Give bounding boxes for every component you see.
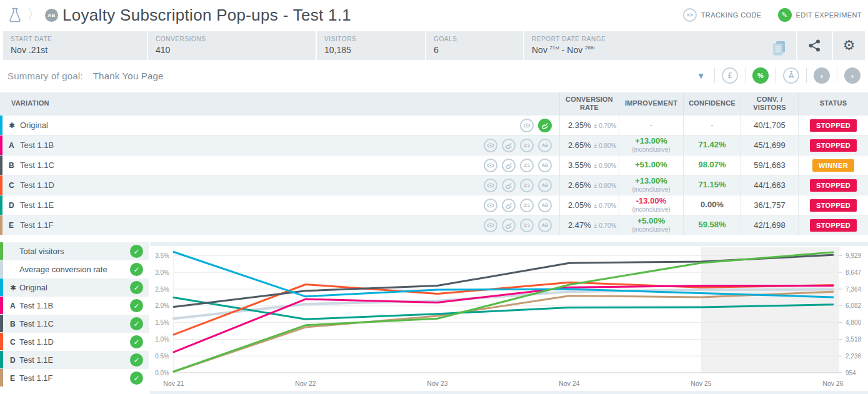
legend-color-bar	[0, 333, 3, 350]
stat-value: Nov 21st - Nov 26th	[532, 45, 606, 55]
one-to-one-icon[interactable]: 1:1	[520, 199, 534, 212]
svg-text:6,082: 6,082	[846, 302, 861, 309]
one-to-one-icon[interactable]: 1:1	[520, 219, 534, 232]
table-row-test-1-1f: E Test 1.1F 1:1 AB 2.47%± 0.70% +5.00%(i…	[0, 215, 868, 235]
svg-text:Nov 24: Nov 24	[559, 380, 579, 387]
variation-color-bar	[0, 135, 2, 155]
column-conv-visitors: CONV. /VISITORS	[741, 92, 798, 115]
check-icon[interactable]: ✓	[130, 372, 143, 385]
margin-of-error: ± 0.70%	[594, 222, 617, 229]
legend-label: Total visitors	[19, 247, 64, 256]
legend-label: Average conversion rate	[19, 265, 107, 274]
chart-icon[interactable]	[502, 159, 516, 172]
svg-text:Nov 21: Nov 21	[163, 380, 184, 387]
one-to-one-icon[interactable]: 1:1	[520, 179, 534, 192]
summary-toolbar: ▼ £ % Ā ‹ ›	[697, 67, 861, 84]
separator	[837, 68, 837, 83]
status-badge: STOPPED	[810, 179, 857, 192]
ab-compare-icon[interactable]: AB	[538, 219, 552, 232]
gear-icon: ⚙	[843, 39, 856, 52]
stat-label: GOALS	[434, 36, 516, 42]
preview-eye-icon[interactable]	[520, 119, 534, 132]
column-conversion-rate: CONVERSIONRATE	[559, 92, 619, 115]
chart-icon[interactable]	[502, 179, 516, 192]
legend-item-test-1-1f[interactable]: E Test 1.1F ✓	[0, 369, 149, 387]
check-icon[interactable]: ✓	[130, 317, 143, 330]
tracking-code-button[interactable]: <> TRACKING CODE	[683, 8, 762, 22]
legend-item-test-1-1d[interactable]: C Test 1.1D ✓	[0, 333, 149, 351]
separator	[714, 68, 715, 83]
check-icon[interactable]: ✓	[130, 263, 143, 276]
svg-text:Nov 26: Nov 26	[822, 380, 843, 387]
preview-eye-icon[interactable]	[484, 219, 497, 232]
chart-icon[interactable]	[502, 139, 516, 152]
percent-toggle-button[interactable]: %	[752, 67, 769, 84]
margin-of-error: ± 0.90%	[594, 162, 617, 169]
average-toggle-button[interactable]: Ā	[783, 67, 799, 84]
copy-report-icon[interactable]	[771, 39, 787, 58]
preview-eye-icon[interactable]	[484, 199, 497, 212]
legend-item-total-visitors[interactable]: Total visitors ✓	[0, 242, 149, 260]
svg-text:4,800: 4,800	[846, 319, 861, 326]
legend-item-average-conversion-rate[interactable]: Average conversion rate ✓	[0, 260, 149, 278]
legend-color-bar	[0, 260, 3, 278]
check-icon[interactable]: ✓	[130, 245, 143, 258]
goal-dropdown-icon[interactable]: ▼	[697, 71, 705, 81]
legend-label: Test 1.1B	[19, 301, 53, 310]
stat-label: START DATE	[11, 36, 139, 42]
ab-compare-icon[interactable]: AB	[538, 199, 552, 212]
chart-active-icon[interactable]	[538, 119, 552, 132]
one-to-one-icon[interactable]: 1:1	[520, 139, 534, 152]
chart-icon[interactable]	[502, 199, 516, 212]
check-icon[interactable]: ✓	[130, 353, 143, 367]
previous-goal-button[interactable]: ‹	[814, 67, 830, 84]
revenue-toggle-button[interactable]: £	[722, 67, 738, 84]
legend-color-bar	[0, 369, 3, 387]
status-badge: STOPPED	[810, 139, 857, 152]
legend-item-test-1-1e[interactable]: D Test 1.1E ✓	[0, 351, 149, 369]
preview-eye-icon[interactable]	[484, 159, 497, 172]
svg-text:1.0%: 1.0%	[155, 336, 169, 343]
share-button[interactable]	[797, 31, 832, 60]
ab-compare-icon[interactable]: AB	[538, 179, 552, 192]
share-icon	[809, 39, 821, 52]
status-badge: STOPPED	[810, 219, 857, 232]
confidence-value: 0.00%	[701, 200, 724, 210]
svg-text:2.5%: 2.5%	[155, 286, 169, 293]
legend-item-original[interactable]: ✱ Original ✓	[0, 278, 149, 297]
column-status: STATUS	[798, 92, 868, 115]
preview-eye-icon[interactable]	[484, 179, 497, 192]
legend-label: Original	[19, 283, 47, 292]
legend-prefix: D	[10, 356, 19, 365]
column-confidence: CONFIDENCE	[683, 92, 741, 115]
breadcrumb-separator: 〉	[27, 5, 41, 24]
check-icon[interactable]: ✓	[130, 335, 143, 348]
ab-compare-icon[interactable]: AB	[538, 159, 552, 172]
settings-button[interactable]: ⚙	[833, 31, 865, 60]
legend-item-test-1-1b[interactable]: A Test 1.1B ✓	[0, 297, 149, 315]
legend-item-test-1-1c[interactable]: B Test 1.1C ✓	[0, 315, 149, 333]
variation-color-bar	[0, 116, 2, 135]
ab-compare-icon[interactable]: AB	[538, 139, 552, 152]
variation-letter: A	[9, 141, 19, 150]
summary-label: Summary of goal:	[7, 71, 83, 81]
one-to-one-icon[interactable]: 1:1	[520, 159, 534, 172]
check-icon[interactable]: ✓	[130, 281, 143, 294]
stat-label: VISITORS	[324, 36, 417, 42]
edit-experiment-button[interactable]: ✎ EDIT EXPERIMENT	[778, 8, 862, 22]
chart-panel: 0.0%9540.5%2,2361.0%3,5181.5%4,8002.0%6,…	[150, 242, 868, 394]
chart-icon[interactable]	[502, 219, 516, 232]
next-goal-button[interactable]: ›	[844, 67, 861, 84]
conv-visitors-value: 40/1,705	[754, 121, 786, 130]
legend-prefix: C	[10, 338, 19, 347]
legend-color-bar	[0, 242, 3, 260]
margin-of-error: ± 0.70%	[594, 202, 617, 209]
preview-eye-icon[interactable]	[484, 139, 497, 152]
check-icon[interactable]: ✓	[130, 299, 143, 312]
variation-color-bar	[0, 195, 2, 215]
flask-icon[interactable]	[7, 7, 22, 23]
column-improvement: IMPROVEMENT	[619, 92, 683, 115]
confidence-value: 98.07%	[698, 160, 726, 170]
svg-text:Nov 22: Nov 22	[295, 380, 316, 387]
improvement-value: -	[650, 121, 652, 130]
